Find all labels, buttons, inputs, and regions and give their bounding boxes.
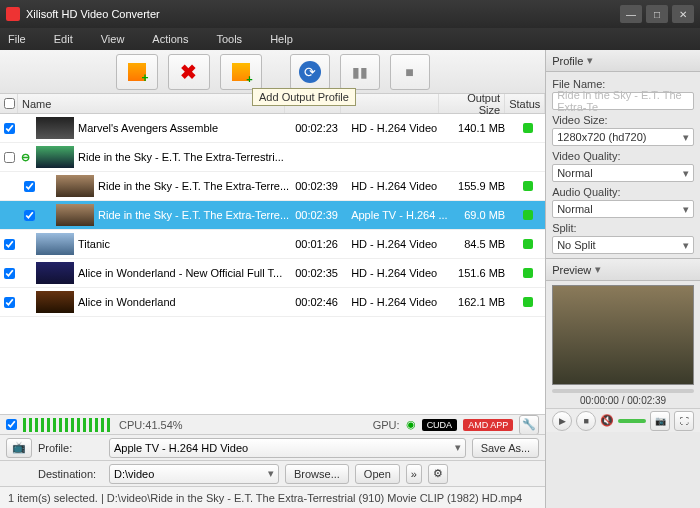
menu-tools[interactable]: Tools	[216, 33, 242, 45]
profile-panel: File Name: Ride in the Sky - E.T. The Ex…	[546, 72, 700, 258]
action-button[interactable]: ⚙	[428, 464, 448, 484]
play-button[interactable]: ▶	[552, 411, 572, 431]
minimize-button[interactable]: —	[620, 5, 642, 23]
row-duration: 00:02:23	[295, 122, 351, 134]
table-row[interactable]: Titanic00:01:26HD - H.264 Video84.5 MB	[0, 230, 545, 259]
row-checkbox[interactable]	[24, 181, 35, 192]
profile-icon[interactable]: 📺	[6, 438, 32, 458]
file-list[interactable]: Marvel's Avengers Assemble00:02:23HD - H…	[0, 114, 545, 414]
profile-combo[interactable]: Apple TV - H.264 HD Video	[109, 438, 466, 458]
row-duration: 00:02:35	[295, 267, 351, 279]
row-size: 151.6 MB	[449, 267, 511, 279]
stop-preview-button[interactable]: ■	[576, 411, 596, 431]
table-row[interactable]: Ride in the Sky - E.T. The Extra-Terre..…	[0, 201, 545, 230]
table-row[interactable]: ⊖Ride in the Sky - E.T. The Extra-Terres…	[0, 143, 545, 172]
preview-panel: Preview 00:00:00 / 00:02:39 ▶ ■ 🔇 📷 ⛶	[546, 258, 700, 508]
menu-view[interactable]: View	[101, 33, 125, 45]
more-button[interactable]: »	[406, 464, 422, 484]
cpu-toggle[interactable]	[6, 419, 17, 430]
menu-actions[interactable]: Actions	[152, 33, 188, 45]
settings-icon[interactable]: 🔧	[519, 415, 539, 435]
destination-label: Destination:	[38, 468, 103, 480]
profile-label: Profile:	[38, 442, 103, 454]
status-text: 1 item(s) selected. | D:\video\Ride in t…	[8, 492, 522, 504]
thumbnail	[36, 146, 74, 168]
preview-header[interactable]: Preview	[546, 259, 700, 281]
maximize-button[interactable]: □	[646, 5, 668, 23]
browse-button[interactable]: Browse...	[285, 464, 349, 484]
convert-button[interactable]: ⟳	[290, 54, 330, 90]
audioquality-label: Audio Quality:	[552, 186, 694, 198]
audioquality-combo[interactable]: Normal	[552, 200, 694, 218]
pause-button[interactable]: ▮▮	[340, 54, 380, 90]
preview-time: 00:00:00 / 00:02:39	[546, 395, 700, 406]
row-name: Marvel's Avengers Assemble	[78, 122, 295, 134]
destination-combo[interactable]: D:\video	[109, 464, 279, 484]
app-logo-icon	[6, 7, 20, 21]
row-checkbox[interactable]	[4, 297, 15, 308]
row-status	[511, 181, 545, 191]
tooltip: Add Output Profile	[252, 88, 356, 106]
table-row[interactable]: Alice in Wonderland - New Official Full …	[0, 259, 545, 288]
row-size: 84.5 MB	[449, 238, 511, 250]
row-name: Ride in the Sky - E.T. The Extra-Terre..…	[98, 180, 295, 192]
row-size: 162.1 MB	[449, 296, 511, 308]
row-profile: HD - H.264 Video	[351, 238, 449, 250]
table-row[interactable]: Alice in Wonderland00:02:46HD - H.264 Vi…	[0, 288, 545, 317]
cpu-label: CPU:41.54%	[119, 419, 183, 431]
snapshot-button[interactable]: 📷	[650, 411, 670, 431]
cuda-badge: CUDA	[422, 419, 458, 431]
menu-edit[interactable]: Edit	[54, 33, 73, 45]
videosize-combo[interactable]: 1280x720 (hd720)	[552, 128, 694, 146]
table-row[interactable]: Marvel's Avengers Assemble00:02:23HD - H…	[0, 114, 545, 143]
row-status	[511, 268, 545, 278]
toolbar: ✖ ⟳ ▮▮ ■ Add Output Profile	[0, 50, 545, 94]
row-status	[511, 297, 545, 307]
row-duration: 00:02:39	[295, 209, 351, 221]
videosize-label: Video Size:	[552, 114, 694, 126]
row-checkbox[interactable]	[24, 210, 35, 221]
mute-icon[interactable]: 🔇	[600, 414, 614, 427]
row-checkbox[interactable]	[4, 239, 15, 250]
fullscreen-button[interactable]: ⛶	[674, 411, 694, 431]
row-checkbox[interactable]	[4, 123, 15, 134]
close-button[interactable]: ✕	[672, 5, 694, 23]
add-file-button[interactable]	[116, 54, 158, 90]
menu-help[interactable]: Help	[270, 33, 293, 45]
col-name[interactable]: Name	[18, 94, 285, 113]
expand-icon[interactable]: ⊖	[18, 151, 32, 164]
filename-field[interactable]: Ride in the Sky - E.T. The Extra-Te	[552, 92, 694, 110]
row-duration: 00:02:39	[295, 180, 351, 192]
row-profile: HD - H.264 Video	[351, 267, 449, 279]
row-checkbox[interactable]	[4, 268, 15, 279]
preview-image	[552, 285, 694, 385]
gpu-label: GPU:	[373, 419, 400, 431]
col-status[interactable]: Status	[505, 94, 545, 113]
cpu-bar: CPU:41.54% GPU: ◉ CUDA AMD APP 🔧	[0, 414, 545, 434]
split-combo[interactable]: No Split	[552, 236, 694, 254]
row-profile: HD - H.264 Video	[351, 296, 449, 308]
row-profile: HD - H.264 Video	[351, 122, 449, 134]
preview-controls: ▶ ■ 🔇 📷 ⛶	[546, 408, 700, 432]
open-button[interactable]: Open	[355, 464, 400, 484]
thumbnail	[56, 175, 94, 197]
row-duration: 00:01:26	[295, 238, 351, 250]
col-check[interactable]	[0, 94, 18, 113]
row-status	[511, 210, 545, 220]
stop-button[interactable]: ■	[390, 54, 430, 90]
save-as-button[interactable]: Save As...	[472, 438, 540, 458]
videoquality-combo[interactable]: Normal	[552, 164, 694, 182]
menubar: File Edit View Actions Tools Help	[0, 28, 700, 50]
volume-slider[interactable]	[618, 419, 646, 423]
profile-panel-header[interactable]: Profile	[546, 50, 700, 72]
add-output-profile-button[interactable]	[220, 54, 262, 90]
remove-button[interactable]: ✖	[168, 54, 210, 90]
menu-file[interactable]: File	[8, 33, 26, 45]
seek-slider[interactable]	[552, 389, 694, 393]
row-checkbox[interactable]	[4, 152, 15, 163]
thumbnail	[36, 291, 74, 313]
table-row[interactable]: Ride in the Sky - E.T. The Extra-Terre..…	[0, 172, 545, 201]
row-size: 69.0 MB	[449, 209, 511, 221]
row-name: Ride in the Sky - E.T. The Extra-Terre..…	[98, 209, 295, 221]
col-size[interactable]: Output Size	[439, 94, 505, 113]
